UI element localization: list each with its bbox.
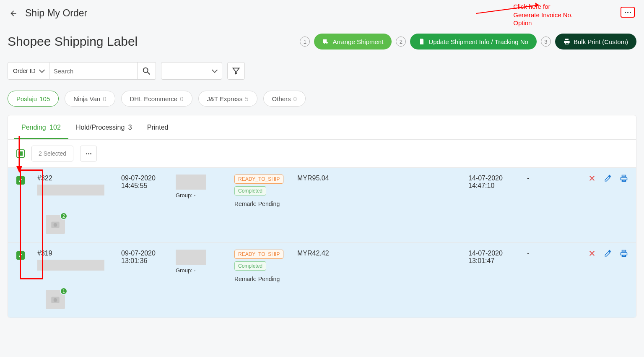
- amount-cell: MYR95.04: [297, 175, 468, 182]
- content: Shopee Shipping Label 1 Arrange Shipment…: [0, 25, 644, 335]
- step-number: 1: [300, 36, 310, 47]
- edit-button[interactable]: [604, 175, 612, 182]
- status-badge: Completed: [234, 186, 266, 195]
- pill-label: Poslaju: [16, 95, 37, 102]
- bulk-actions-button[interactable]: [80, 146, 97, 162]
- step-number: 3: [541, 36, 551, 47]
- schedule-cell: 14-07-2020 13:01:47: [468, 250, 527, 265]
- amount-cell: MYR42.42: [297, 250, 468, 257]
- schedule-cell: 14-07-2020 14:47:10: [468, 175, 527, 190]
- order-id: #319: [37, 250, 121, 257]
- update-shipment-button[interactable]: Update Shipment Info / Tracking No: [410, 34, 537, 50]
- tab-hold[interactable]: Hold/Processing 3: [68, 115, 140, 139]
- redacted-placeholder: [176, 250, 206, 265]
- edit-icon: [604, 175, 612, 182]
- pill-label: Others: [272, 95, 291, 102]
- pill-dhl[interactable]: DHL Ecommerce0: [121, 91, 192, 107]
- annotation-highlight: [621, 7, 635, 18]
- search-type-select[interactable]: Order ID: [8, 62, 49, 80]
- status-badge: READY_TO_SHIP: [234, 250, 283, 259]
- delete-button[interactable]: [588, 175, 596, 182]
- order-row: #322 09-07-2020 14:45:55 Group: - READY_…: [8, 167, 636, 242]
- order-date: 09-07-2020: [121, 250, 176, 257]
- redacted-placeholder: [37, 260, 104, 271]
- pill-count: 0: [293, 95, 297, 102]
- chevron-down-icon: [212, 67, 218, 73]
- selected-count-label: 2 Selected: [31, 146, 73, 162]
- group-cell: Group: -: [176, 175, 234, 198]
- search-button[interactable]: [138, 62, 156, 80]
- pill-label: J&T Express: [207, 95, 243, 102]
- secondary-select[interactable]: [161, 62, 222, 80]
- page-title: Shopee Shipping Label: [8, 34, 300, 49]
- button-label: Arrange Shipment: [332, 38, 383, 45]
- more-options-button[interactable]: [621, 8, 634, 17]
- group-cell: Group: -: [176, 250, 234, 274]
- tab-printed[interactable]: Printed: [140, 115, 176, 139]
- order-datetime-cell: 09-07-2020 13:01:36: [121, 250, 176, 265]
- pill-count: 5: [245, 95, 248, 102]
- thumbnail-row: 1: [16, 282, 628, 309]
- edit-button[interactable]: [604, 250, 612, 257]
- pill-label: Ninja Van: [73, 95, 100, 102]
- print-button[interactable]: [620, 250, 628, 257]
- search-input[interactable]: [49, 62, 138, 80]
- arrange-shipment-button[interactable]: Arrange Shipment: [314, 34, 392, 50]
- annotation-line: Generate Invoice No.: [513, 11, 573, 19]
- group-label: Group: -: [176, 267, 234, 274]
- step-number: 2: [396, 36, 406, 47]
- filter-icon: [232, 67, 240, 75]
- svg-point-2: [143, 68, 148, 73]
- delete-button[interactable]: [588, 250, 596, 257]
- row-checkbox[interactable]: [16, 251, 25, 260]
- print-button[interactable]: [620, 175, 628, 182]
- camera-icon: [50, 219, 61, 230]
- courier-pills: Poslaju105 Ninja Van0 DHL Ecommerce0 J&T…: [8, 91, 636, 107]
- button-label: Update Shipment Info / Tracking No: [428, 38, 528, 45]
- topbar-title: Ship My Order: [25, 8, 87, 19]
- thumbnail-count-badge: 2: [60, 212, 68, 220]
- status-badge: Completed: [234, 261, 266, 271]
- pill-count: 0: [103, 95, 106, 102]
- print-icon: [620, 175, 628, 182]
- product-thumbnail[interactable]: 2: [46, 215, 65, 234]
- pill-count: 0: [180, 95, 183, 102]
- filter-button[interactable]: [227, 62, 245, 80]
- select-all-checkbox[interactable]: [16, 149, 25, 158]
- annotation-line: Option: [513, 19, 573, 27]
- pill-poslaju[interactable]: Poslaju105: [8, 91, 59, 107]
- redacted-placeholder: [37, 185, 104, 195]
- product-thumbnail[interactable]: 1: [46, 290, 65, 309]
- annotation-text: Click here for Generate Invoice No. Opti…: [513, 3, 573, 27]
- row-checkbox[interactable]: [16, 176, 25, 185]
- order-id: #322: [37, 175, 121, 182]
- selection-row: 2 Selected: [8, 140, 636, 167]
- order-id-cell: #319: [37, 250, 121, 271]
- truck-icon: [322, 38, 329, 45]
- back-icon[interactable]: [9, 9, 18, 18]
- pill-jnt[interactable]: J&T Express5: [198, 91, 257, 107]
- order-id-cell: #322: [37, 175, 121, 195]
- pill-others[interactable]: Others0: [263, 91, 306, 107]
- print-icon: [620, 250, 628, 257]
- svg-line-3: [148, 72, 150, 75]
- annotation-line: Click here for: [513, 3, 573, 11]
- step-chips: 1 Arrange Shipment 2 Update Shipment Inf…: [300, 34, 636, 50]
- search-row: Order ID: [8, 62, 636, 80]
- order-time: 13:01:36: [121, 257, 176, 265]
- print-icon: [564, 38, 570, 45]
- bulk-print-button[interactable]: Bulk Print (Custom): [555, 34, 636, 50]
- thumbnail-row: 2: [16, 207, 628, 234]
- document-icon: [418, 38, 425, 45]
- tab-label: Printed: [147, 124, 169, 131]
- svg-point-7: [54, 223, 57, 227]
- redacted-placeholder: [176, 175, 206, 190]
- orders-card: Pending 102 Hold/Processing 3 Printed 2 …: [8, 115, 636, 318]
- schedule-date: 14-07-2020: [468, 175, 527, 182]
- topbar: Ship My Order Click here for Generate In…: [0, 0, 644, 25]
- pill-ninja-van[interactable]: Ninja Van0: [65, 91, 115, 107]
- tab-label: Hold/Processing: [76, 124, 125, 131]
- status-badge: READY_TO_SHIP: [234, 175, 283, 184]
- tab-pending[interactable]: Pending 102: [14, 115, 68, 139]
- tab-count: 102: [49, 124, 61, 131]
